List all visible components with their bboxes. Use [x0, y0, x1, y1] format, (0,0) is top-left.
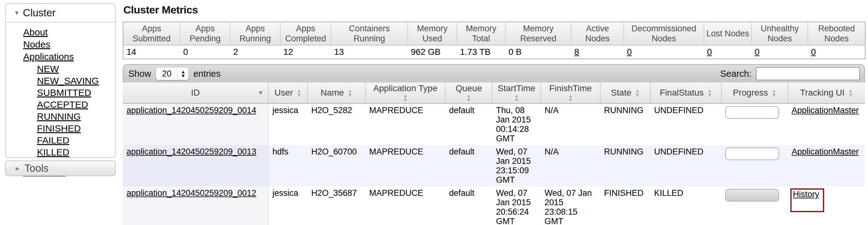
state-new-saving-link[interactable]: NEW_SAVING [37, 76, 99, 86]
cluster-metrics-table: Apps Submitted Apps Pending Apps Running… [123, 22, 866, 59]
decommissioned-nodes-link[interactable]: 0 [627, 47, 632, 57]
cell-state: RUNNING [600, 145, 650, 187]
state-failed-link[interactable]: FAILED [37, 135, 69, 145]
page-size-select[interactable]: 20 ▲▼ [156, 67, 189, 80]
unhealthy-nodes-link[interactable]: 0 [755, 47, 760, 57]
cell-finalstatus: UNDEFINED [650, 104, 721, 145]
metric-value-apps-pending: 0 [180, 45, 230, 59]
search-input[interactable] [756, 67, 860, 80]
show-label: Show [128, 68, 151, 79]
cell-state: FINISHED [600, 187, 650, 225]
state-killed-link[interactable]: KILLED [37, 147, 69, 157]
sort-both-icon: ▲▼ [514, 94, 519, 102]
column-header-starttime[interactable]: StartTime ▲▼ [492, 82, 541, 104]
sidebar-item-killed: KILLED [37, 147, 115, 159]
cell-name: H2O_35687 [308, 187, 365, 225]
sidebar-item-failed: FAILED [37, 135, 115, 147]
column-header-name[interactable]: Name ▲▼ [308, 82, 365, 104]
cell-finalstatus: UNDEFINED [650, 145, 721, 187]
table-row: application_1420450259209_0012 jessica H… [123, 187, 865, 225]
state-finished-link[interactable]: FINISHED [37, 123, 81, 134]
tracking-ui-link[interactable]: History [793, 190, 819, 199]
sort-both-icon: ▲▼ [403, 94, 408, 102]
expand-icon: ▸ [16, 164, 20, 173]
metric-header-apps-submitted: Apps Submitted [123, 22, 180, 45]
tracking-ui-link[interactable]: ApplicationMaster [792, 147, 859, 157]
column-header-tracking-ui[interactable]: Tracking UI ▲▼ [788, 82, 865, 104]
cell-user: jessica [268, 187, 308, 225]
metric-header-memory-total: Memory Total [457, 22, 505, 45]
metric-value-memory-reserved: 0 B [505, 45, 571, 59]
column-header-finishtime[interactable]: FinishTime ▲▼ [541, 82, 600, 104]
state-accepted-link[interactable]: ACCEPTED [37, 99, 88, 110]
sidebar-item-about: About [23, 27, 115, 39]
cell-progress [721, 187, 788, 225]
column-header-progress[interactable]: Progress ▲▼ [721, 82, 788, 104]
metric-header-unhealthy-nodes: Unhealthy Nodes [751, 22, 808, 45]
sort-both-icon: ▲▼ [467, 94, 471, 102]
metric-header-apps-running: Apps Running [230, 22, 280, 45]
applications-link[interactable]: Applications [23, 51, 74, 62]
sort-descending-icon: ▼ [257, 89, 264, 96]
cell-finalstatus: KILLED [650, 187, 721, 225]
sort-both-icon: ▲▼ [348, 89, 352, 97]
state-running-link[interactable]: RUNNING [37, 111, 81, 121]
application-id-link[interactable]: application_1420450259209_0013 [126, 147, 256, 157]
cell-queue: default [445, 145, 492, 187]
state-new-link[interactable]: NEW [37, 64, 59, 74]
metric-header-lost-nodes: Lost Nodes [704, 22, 751, 45]
tools-section-header[interactable]: ▸ Tools [5, 161, 116, 176]
sidebar-item-nodes: Nodes [23, 39, 115, 51]
tracking-ui-link[interactable]: ApplicationMaster [792, 106, 859, 115]
column-header-finalstatus[interactable]: FinalStatus ▲▼ [650, 82, 721, 104]
search-label: Search: [720, 68, 751, 79]
metric-value-memory-used: 962 GB [408, 45, 457, 59]
cell-application-type: MAPREDUCE [365, 145, 445, 187]
metric-value-containers-running: 13 [331, 45, 408, 59]
column-header-state[interactable]: State ▲▼ [600, 82, 650, 104]
rebooted-nodes-link[interactable]: 0 [811, 47, 816, 57]
sort-both-icon: ▲▼ [297, 89, 302, 97]
applications-table: ID ▼ User ▲▼ Name ▲▼ Application Type ▲▼… [123, 82, 865, 225]
sort-both-icon: ▲▼ [707, 89, 712, 97]
cell-application-type: MAPREDUCE [365, 104, 445, 145]
about-link[interactable]: About [23, 27, 48, 37]
active-nodes-link[interactable]: 8 [574, 47, 579, 57]
progress-bar [725, 106, 779, 119]
sidebar-item-finished: FINISHED [37, 123, 115, 135]
metric-value-apps-running: 2 [230, 45, 280, 59]
cluster-section-header[interactable]: ▾ Cluster [6, 4, 115, 23]
metric-header-active-nodes: Active Nodes [571, 22, 624, 45]
entries-label: entries [193, 68, 220, 79]
main-content: Cluster Metrics Apps Submitted Apps Pend… [123, 0, 866, 225]
state-submitted-link[interactable]: SUBMITTED [37, 87, 91, 98]
stepper-icon: ▲▼ [177, 67, 189, 80]
nodes-link[interactable]: Nodes [23, 39, 51, 50]
cluster-section-title: Cluster [23, 7, 56, 19]
sidebar-item-new-saving: NEW_SAVING [37, 76, 115, 87]
cell-queue: default [445, 187, 492, 225]
tools-section-title: Tools [24, 162, 49, 174]
application-id-link[interactable]: application_1420450259209_0014 [126, 106, 256, 115]
metric-header-decommissioned-nodes: Decommissioned Nodes [624, 22, 704, 45]
column-header-id[interactable]: ID ▼ [123, 82, 268, 104]
sidebar-item-submitted: SUBMITTED [37, 87, 115, 99]
column-header-user[interactable]: User ▲▼ [268, 82, 308, 104]
lost-nodes-link[interactable]: 0 [707, 47, 712, 57]
cell-progress [721, 104, 788, 145]
column-header-application-type[interactable]: Application Type ▲▼ [365, 82, 445, 104]
sort-both-icon: ▲▼ [635, 89, 640, 97]
cell-name: H2O_60700 [308, 145, 365, 187]
application-id-link[interactable]: application_1420450259209_0012 [126, 188, 256, 198]
table-controls-bar: Show 20 ▲▼ entries Search: [123, 64, 865, 82]
cell-progress [721, 145, 788, 187]
cell-user: jessica [268, 104, 308, 145]
table-header-row: ID ▼ User ▲▼ Name ▲▼ Application Type ▲▼… [123, 82, 865, 104]
sort-both-icon: ▲▼ [848, 89, 853, 97]
collapse-icon: ▾ [15, 9, 19, 17]
sidebar: ▾ Cluster About Nodes Applications NEW N… [5, 3, 116, 158]
sidebar-item-new: NEW [37, 64, 115, 76]
history-link-highlight-box: History [790, 188, 824, 212]
progress-bar [725, 148, 779, 160]
column-header-queue[interactable]: Queue ▲▼ [445, 82, 492, 104]
